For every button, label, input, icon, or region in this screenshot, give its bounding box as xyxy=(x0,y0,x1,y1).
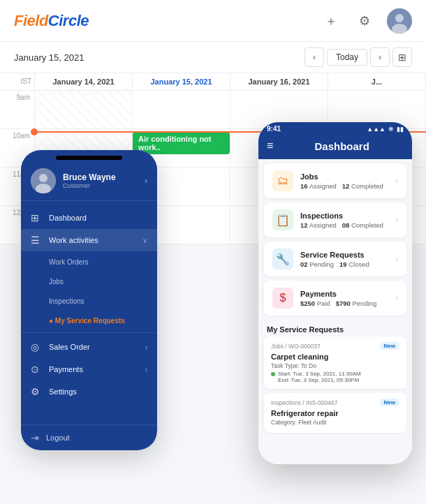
service-requests-info: Service Requests 02 Pending 19 Closed xyxy=(300,251,388,268)
request-fridge-header: Inspections / INS-000467 New xyxy=(271,399,399,406)
request-carpet-end: End: Tue, 3 Sep, 2021, 05:30PM xyxy=(278,377,359,383)
calendar-event[interactable]: Air conditioning not work.. xyxy=(133,132,230,154)
mobile-user-role: Customer xyxy=(63,182,138,189)
inspections-card[interactable]: 📋 Inspections 12 Assigned 08 Completed › xyxy=(264,202,406,237)
inspections-assigned-label: Assigned xyxy=(309,221,337,229)
nav-item-payments[interactable]: ⊙ Payments › xyxy=(21,358,157,380)
day-header-jan15: January 15, 2021 xyxy=(133,73,230,90)
battery-icon: ▮▮ xyxy=(397,126,404,133)
nav-item-settings[interactable]: ⚙ Settings xyxy=(21,380,157,403)
nav-subitem-inspections[interactable]: Inspections xyxy=(21,290,157,310)
inspections-stats: 12 Assigned 08 Completed xyxy=(300,221,388,229)
dashboard-content: 🗂 Jobs 16 Assigned 12 Completed › 📋 I xyxy=(258,159,412,464)
logo-text: Field xyxy=(14,12,48,29)
calendar-day-headers: IST January 14, 2021 January 15, 2021 Ja… xyxy=(0,73,426,91)
sales-order-icon: ◎ xyxy=(31,341,42,353)
calendar-header: January 15, 2021 ‹ Today › ⊞ xyxy=(0,42,426,73)
subitem-work-orders-label: Work Orders xyxy=(49,258,89,266)
prev-button[interactable]: ‹ xyxy=(304,47,324,67)
mobile-profile[interactable]: Bruce Wayne Customer › xyxy=(21,160,157,201)
mobile-nav: ⊞ Dashboard ☰ Work activities ∨ Work Ord… xyxy=(21,201,157,424)
nav-item-sales-order[interactable]: ◎ Sales Order › xyxy=(21,336,157,358)
request-carpet-path: Jobs / WO-000037 xyxy=(271,343,321,350)
dashboard-icon: ⊞ xyxy=(31,212,42,223)
mobile-dashboard-inner: 9:41 ▲▲▲ ❋ ▮▮ ≡ Dashboard 🗂 Jobs xyxy=(258,122,412,464)
payments-paid-label: Paid xyxy=(317,299,330,307)
logo-text2: Circle xyxy=(48,12,89,29)
inspections-completed-val: 08 xyxy=(342,221,350,229)
request-carpet-time: Start: Tue, 3 Sep, 2021, 11:30AM xyxy=(271,371,399,377)
status-icons: ▲▲▲ ❋ ▮▮ xyxy=(367,126,404,133)
today-button[interactable]: Today xyxy=(327,49,367,66)
avatar[interactable] xyxy=(387,8,412,34)
payments-card[interactable]: $ Payments $250 Paid $790 Pending › xyxy=(264,281,406,316)
status-bar: 9:41 ▲▲▲ ❋ ▮▮ xyxy=(258,122,412,135)
subitem-service-requests-label: ● My Service Requests xyxy=(49,317,125,325)
mobile-avatar-image xyxy=(31,168,56,193)
calendar-date: January 15, 2021 xyxy=(14,52,84,63)
status-time: 9:41 xyxy=(267,125,281,133)
profile-chevron-icon: › xyxy=(145,176,147,186)
request-fridge-path: Inspections / INS-000467 xyxy=(271,399,337,406)
work-activities-chevron-icon: ∨ xyxy=(142,237,147,244)
request-carpet-title: Carpet cleaning xyxy=(271,353,399,361)
mobiles-container: Bruce Wayne Customer › ⊞ Dashboard ☰ Wor… xyxy=(21,122,412,504)
topbar-actions: ＋ ⚙ xyxy=(320,8,412,34)
jobs-assigned-label: Assigned xyxy=(309,182,337,190)
dashboard-title: Dashboard xyxy=(280,140,404,152)
svg-point-1 xyxy=(395,14,404,22)
nav-item-work-activities[interactable]: ☰ Work activities ∨ xyxy=(21,229,157,251)
service-pending-val: 02 xyxy=(300,260,308,268)
mobile-dashboard-phone: 9:41 ▲▲▲ ❋ ▮▮ ≡ Dashboard 🗂 Jobs xyxy=(258,122,412,464)
mobile-menu-inner: Bruce Wayne Customer › ⊞ Dashboard ☰ Wor… xyxy=(21,150,157,450)
jobs-chevron-icon: › xyxy=(395,176,398,186)
dashboard-header: ≡ Dashboard xyxy=(258,135,412,159)
payments-chevron-icon: › xyxy=(145,366,147,373)
service-requests-card[interactable]: 🔧 Service Requests 02 Pending 19 Closed … xyxy=(264,242,406,276)
work-activities-icon: ☰ xyxy=(31,235,42,246)
mobile-user-info: Bruce Wayne Customer xyxy=(63,172,138,189)
request-fridge-category: Category: Fleet Audit xyxy=(271,419,399,426)
inspections-title: Inspections xyxy=(300,212,388,220)
calendar-grid-button[interactable]: ⊞ xyxy=(392,47,412,67)
next-button[interactable]: › xyxy=(370,47,390,67)
service-closed-val: 19 xyxy=(339,260,347,268)
add-button[interactable]: ＋ xyxy=(320,10,342,32)
payments-icon: $ xyxy=(272,288,293,309)
plus-icon: ＋ xyxy=(325,13,337,29)
logout-label: Logout xyxy=(46,433,70,442)
nav-subitem-service-requests[interactable]: ● My Service Requests xyxy=(21,310,157,329)
nav-subitem-jobs[interactable]: Jobs xyxy=(21,271,157,290)
settings-button[interactable]: ⚙ xyxy=(353,10,376,32)
nav-subitem-work-orders[interactable]: Work Orders xyxy=(21,251,157,271)
logout-button[interactable]: ⇥ Logout xyxy=(21,424,157,450)
payments-info: Payments $250 Paid $790 Pending xyxy=(300,290,388,307)
request-carpet-tasktype: Task Type: To Do xyxy=(271,362,399,369)
nav-label-payments: Payments xyxy=(49,365,138,373)
request-refrigerator-repair[interactable]: Inspections / INS-000467 New Refrigerato… xyxy=(264,393,406,433)
wifi-icon: ❋ xyxy=(388,126,394,133)
menu-icon[interactable]: ≡ xyxy=(267,140,273,152)
request-carpet-cleaning[interactable]: Jobs / WO-000037 New Carpet cleaning Tas… xyxy=(264,336,406,389)
nav-divider xyxy=(21,332,157,333)
service-closed-label: Closed xyxy=(348,260,369,268)
day-header-jan14: January 14, 2021 xyxy=(35,73,133,90)
jobs-icon: 🗂 xyxy=(272,170,293,191)
app-logo: FieldCircle xyxy=(14,12,89,30)
jobs-info: Jobs 16 Assigned 12 Completed xyxy=(300,172,388,190)
signal-icon: ▲▲▲ xyxy=(367,126,385,133)
nav-item-dashboard[interactable]: ⊞ Dashboard xyxy=(21,207,157,229)
inspections-chevron-icon: › xyxy=(395,215,398,225)
avatar-image xyxy=(387,8,412,34)
request-carpet-badge: New xyxy=(380,342,399,350)
gear-icon: ⚙ xyxy=(359,13,370,29)
logout-icon: ⇥ xyxy=(31,432,39,443)
jobs-card[interactable]: 🗂 Jobs 16 Assigned 12 Completed › xyxy=(264,163,406,198)
settings-icon: ⚙ xyxy=(31,386,42,397)
top-bar: FieldCircle ＋ ⚙ xyxy=(0,0,426,42)
svg-point-4 xyxy=(39,174,47,182)
inspections-completed-label: Completed xyxy=(351,221,383,229)
request-fridge-badge: New xyxy=(380,399,399,406)
service-requests-title: Service Requests xyxy=(300,251,388,259)
jobs-assigned-val: 16 xyxy=(300,182,308,190)
